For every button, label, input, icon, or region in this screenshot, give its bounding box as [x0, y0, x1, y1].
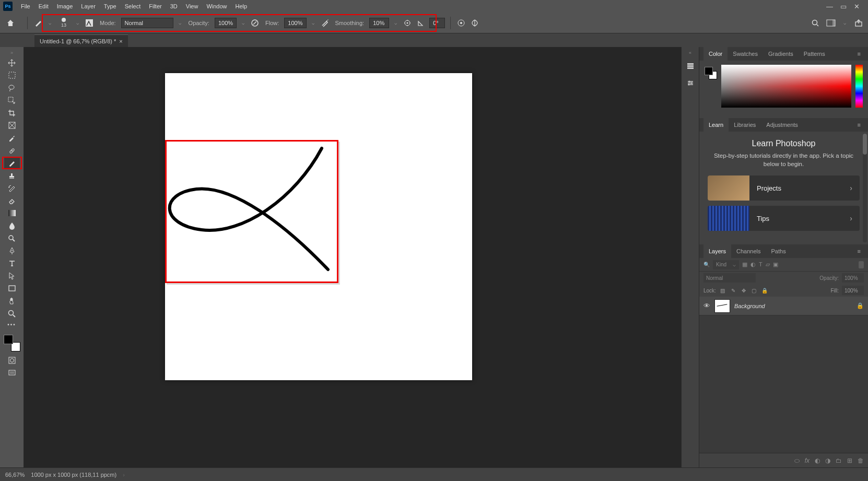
window-close-icon[interactable]: ✕: [854, 3, 860, 10]
brush-dropdown[interactable]: ⌵: [74, 20, 81, 26]
opacity-field[interactable]: 100%: [215, 18, 237, 28]
lock-all-icon[interactable]: 🔒: [761, 288, 768, 294]
lock-artboard-icon[interactable]: ▢: [750, 288, 758, 294]
search-icon[interactable]: 🔍: [703, 262, 710, 267]
pressure-opacity-icon[interactable]: [250, 18, 260, 28]
color-swatches[interactable]: [4, 335, 20, 351]
pen-tool[interactable]: [4, 245, 20, 256]
layer-item[interactable]: 👁 Background 🔒: [699, 297, 868, 315]
zoom-value[interactable]: 66,67%: [5, 472, 25, 478]
window-minimize-icon[interactable]: —: [826, 3, 833, 10]
workspace-icon[interactable]: [826, 18, 836, 28]
layer-opacity-field[interactable]: 100%: [842, 273, 864, 283]
foreground-color[interactable]: [4, 335, 13, 344]
filter-kind-select[interactable]: Kind⌵: [713, 260, 739, 269]
brush-panel-icon[interactable]: [84, 18, 95, 28]
hue-slider[interactable]: [855, 65, 863, 108]
color-chips[interactable]: [705, 67, 717, 79]
menu-select[interactable]: Select: [121, 0, 145, 13]
opacity-dropdown[interactable]: ⌵: [240, 20, 247, 26]
more-tools[interactable]: •••: [7, 322, 16, 327]
crop-tool[interactable]: [4, 107, 20, 119]
healing-tool[interactable]: [4, 145, 20, 156]
collapse-chevron[interactable]: «: [689, 50, 691, 55]
menu-3d[interactable]: 3D: [166, 0, 182, 13]
window-restore-icon[interactable]: ▭: [840, 3, 847, 10]
tab-patterns[interactable]: Patterns: [799, 47, 830, 61]
frame-tool[interactable]: [4, 120, 20, 131]
menu-image[interactable]: Image: [53, 0, 77, 13]
smoothing-dropdown[interactable]: ⌵: [392, 20, 399, 26]
filter-toggle[interactable]: [859, 261, 864, 268]
learn-card-projects[interactable]: Projects ›: [708, 175, 860, 201]
zoom-tool[interactable]: [4, 308, 20, 319]
menu-file[interactable]: File: [17, 0, 34, 13]
menu-view[interactable]: View: [182, 0, 203, 13]
shape-tool[interactable]: [4, 283, 20, 294]
delete-layer-icon[interactable]: 🗑: [858, 457, 864, 464]
workspace-dropdown[interactable]: ⌵: [841, 20, 848, 26]
layer-fx-icon[interactable]: fx: [805, 457, 810, 464]
pressure-size-icon[interactable]: [456, 18, 466, 28]
eyedropper-tool[interactable]: [4, 132, 20, 144]
tab-gradients[interactable]: Gradients: [763, 47, 799, 61]
smoothing-field[interactable]: 10%: [369, 18, 389, 28]
status-chevron-icon[interactable]: ›: [123, 472, 125, 478]
layer-group-icon[interactable]: 🗀: [836, 457, 842, 464]
angle-field[interactable]: 0°: [429, 18, 445, 28]
blend-mode-select[interactable]: Normal: [703, 273, 756, 283]
history-panel-icon[interactable]: [685, 61, 696, 72]
tool-preset-dropdown[interactable]: ⌵: [46, 20, 53, 26]
path-select-tool[interactable]: [4, 270, 20, 281]
panel-menu-icon[interactable]: ≡: [854, 51, 864, 57]
quickmask-tool[interactable]: [4, 355, 20, 366]
fill-field[interactable]: 100%: [842, 286, 864, 295]
brush-preview[interactable]: 13: [56, 16, 71, 30]
gradient-tool[interactable]: [4, 207, 20, 219]
layer-name[interactable]: Background: [734, 303, 765, 309]
airbrush-icon[interactable]: [320, 18, 330, 28]
visibility-icon[interactable]: 👁: [703, 302, 710, 310]
toolbox-chevron[interactable]: »: [10, 50, 13, 55]
tab-paths[interactable]: Paths: [766, 244, 791, 258]
share-icon[interactable]: [853, 18, 864, 28]
fg-chip[interactable]: [705, 67, 713, 75]
quick-select-tool[interactable]: [4, 95, 20, 106]
dodge-tool[interactable]: [4, 232, 20, 244]
layer-thumbnail[interactable]: [714, 299, 730, 313]
close-tab-icon[interactable]: ×: [119, 38, 122, 44]
tool-preset-icon[interactable]: [33, 18, 43, 28]
flow-field[interactable]: 100%: [284, 18, 306, 28]
hand-tool[interactable]: [4, 295, 20, 307]
lock-pixels-icon[interactable]: ✎: [730, 288, 737, 294]
screenmode-tool[interactable]: [4, 367, 20, 379]
search-icon[interactable]: [810, 18, 820, 28]
symmetry-icon[interactable]: [470, 18, 480, 28]
lasso-tool[interactable]: [4, 82, 20, 93]
canvas-area[interactable]: [24, 47, 681, 467]
tab-layers[interactable]: Layers: [703, 244, 731, 258]
home-button[interactable]: [4, 17, 17, 29]
eraser-tool[interactable]: [4, 195, 20, 206]
type-tool[interactable]: [4, 257, 20, 269]
filter-type-icon[interactable]: T: [759, 261, 763, 268]
tab-color[interactable]: Color: [703, 47, 728, 61]
lock-trans-icon[interactable]: ▨: [719, 288, 726, 294]
mode-select[interactable]: Normal: [121, 18, 173, 28]
stamp-tool[interactable]: [4, 170, 20, 181]
layer-mask-icon[interactable]: ◐: [815, 457, 820, 464]
filter-pixel-icon[interactable]: ▦: [742, 261, 747, 268]
marquee-tool[interactable]: [4, 69, 20, 81]
menu-help[interactable]: Help: [231, 0, 252, 13]
color-spectrum[interactable]: [721, 65, 851, 108]
menu-type[interactable]: Type: [100, 0, 121, 13]
panel-menu-icon[interactable]: ≡: [854, 248, 864, 254]
menu-window[interactable]: Window: [202, 0, 231, 13]
tab-adjustments[interactable]: Adjustments: [761, 118, 803, 132]
smoothing-options-icon[interactable]: [402, 18, 413, 28]
tab-libraries[interactable]: Libraries: [729, 118, 761, 132]
lock-icon[interactable]: 🔒: [857, 302, 864, 309]
tab-swatches[interactable]: Swatches: [728, 47, 763, 61]
new-layer-icon[interactable]: ⊞: [847, 457, 852, 464]
filter-smart-icon[interactable]: ▣: [773, 261, 778, 268]
